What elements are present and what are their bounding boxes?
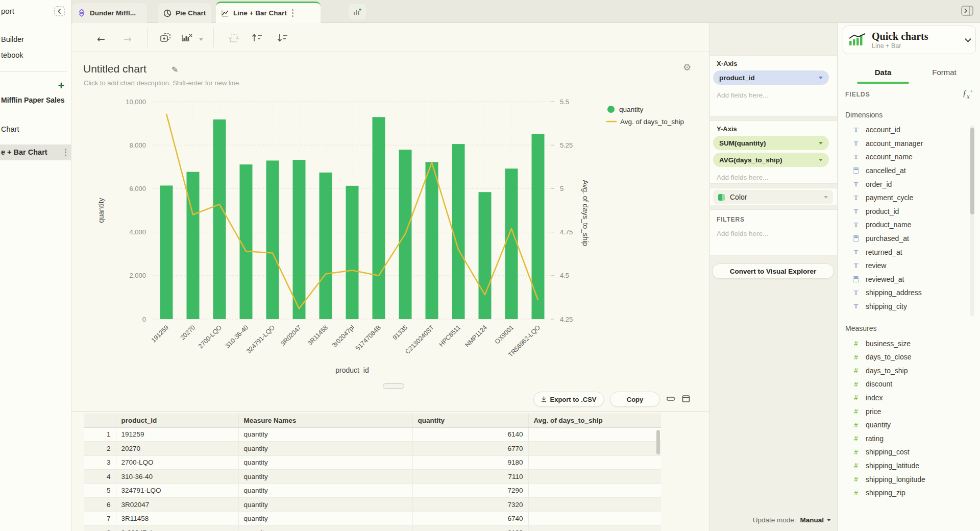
- bar-310-36-40[interactable]: [240, 164, 253, 319]
- bar-324791-LQO[interactable]: [266, 160, 279, 319]
- y-axis-field-pill-avg-days-to-ship[interactable]: AVG(days_to_ship): [713, 153, 829, 167]
- bar-TR56962-LQO[interactable]: [532, 134, 545, 319]
- dimension-item-shipping_city[interactable]: Tshipping_city: [838, 300, 980, 313]
- sidebar-item-mifflin-paper-sales[interactable]: Mifflin Paper Sales: [0, 93, 71, 107]
- fields-scrollbar-thumb[interactable]: [970, 128, 974, 214]
- swap-axes-button[interactable]: [228, 32, 240, 46]
- sort-descending-button[interactable]: [276, 32, 289, 45]
- redo-forward-button[interactable]: →: [124, 34, 132, 44]
- sidebar-item-builder[interactable]: Builder: [0, 33, 71, 46]
- table-row-5[interactable]: 5324791-LQOquantity7290: [84, 484, 661, 498]
- dimension-item-returned_at[interactable]: Treturned_at: [838, 245, 980, 259]
- y-axis-add-fields-dropzone[interactable]: Add fields here...: [717, 174, 837, 181]
- chevron-down-icon[interactable]: [819, 142, 823, 144]
- tab-kebab-menu-icon[interactable]: [292, 9, 293, 17]
- measure-item-price[interactable]: #price: [838, 404, 980, 418]
- dimension-item-reviewed_at[interactable]: reviewed_at: [838, 273, 980, 286]
- chart-settings-gear-icon[interactable]: ⚙: [683, 62, 691, 73]
- sidebar-item-chart[interactable]: Chart: [0, 123, 71, 136]
- measure-item-shipping_longitude[interactable]: #shipping_longitude: [838, 472, 980, 486]
- bar-51747084B[interactable]: [373, 117, 385, 319]
- dimension-item-account_name[interactable]: Taccount_name: [838, 150, 980, 164]
- sidebar-item-line-bar-chart[interactable]: e + Bar Chart: [0, 144, 71, 160]
- update-mode-control[interactable]: Update mode: Manual: [753, 516, 831, 524]
- dimension-item-cancelled_at[interactable]: cancelled_at: [838, 164, 980, 178]
- table-row-4[interactable]: 4310-36-40quantity7110: [84, 470, 661, 484]
- dimension-item-review[interactable]: Treview: [838, 259, 980, 273]
- chevron-down-icon[interactable]: [827, 519, 831, 521]
- table-row-1[interactable]: 1191259quantity6140: [84, 427, 661, 442]
- bar-OX9001[interactable]: [505, 168, 518, 319]
- measure-item-business_size[interactable]: #business_size: [838, 336, 980, 350]
- collapse-table-icon[interactable]: [666, 395, 675, 403]
- chevron-down-icon[interactable]: [819, 159, 823, 161]
- measure-item-quantity[interactable]: #quantity: [838, 418, 980, 432]
- bar-20270[interactable]: [187, 172, 200, 319]
- bar-3r02047pl[interactable]: [346, 186, 359, 319]
- duplicate-chart-button[interactable]: [159, 32, 172, 45]
- new-chart-tab-button[interactable]: [349, 4, 366, 19]
- sort-ascending-button[interactable]: [250, 32, 263, 45]
- table-row-8[interactable]: 83r02047plquantity6130: [84, 526, 661, 531]
- chart-canvas[interactable]: 02,0004,0006,0008,00010,0004.254.54.7555…: [71, 92, 709, 387]
- chart-title[interactable]: Untitled chart: [83, 63, 146, 75]
- measure-item-rating[interactable]: #rating: [838, 431, 980, 445]
- tab-dunder-mifflin[interactable]: Dunder Miffl...: [72, 3, 147, 23]
- filters-add-fields-dropzone[interactable]: Add fields here...: [717, 230, 837, 237]
- chevron-down-icon[interactable]: [819, 77, 823, 79]
- measure-item-index[interactable]: #index: [838, 391, 980, 405]
- table-row-2[interactable]: 220270quantity6770: [84, 442, 661, 456]
- tab-data[interactable]: Data: [857, 68, 909, 77]
- chart-description-placeholder[interactable]: Click to add chart description. Shift-en…: [84, 79, 241, 87]
- chart-type-selector[interactable]: Quick charts Line + Bar: [843, 26, 976, 54]
- dimension-item-product_name[interactable]: Tproduct_name: [838, 218, 980, 232]
- dimension-item-account_manager[interactable]: Taccount_manager: [838, 137, 980, 151]
- measure-item-shipping_zip[interactable]: #shipping_zip: [838, 486, 980, 500]
- copy-button[interactable]: Copy: [610, 392, 660, 407]
- dimension-item-purchased_at[interactable]: purchased_at: [838, 232, 980, 246]
- kebab-menu-icon[interactable]: [65, 148, 66, 157]
- remove-measure-button[interactable]: [181, 32, 194, 45]
- convert-to-visual-explorer-button[interactable]: Convert to Visual Explorer: [712, 263, 834, 279]
- x-axis-add-fields-dropzone[interactable]: Add fields here...: [717, 91, 837, 99]
- dimension-item-account_id[interactable]: Taccount_id: [838, 123, 980, 137]
- fields-scrollbar[interactable]: [970, 125, 974, 317]
- expand-table-icon[interactable]: [681, 395, 691, 403]
- y-axis-field-pill-sum-quantity[interactable]: SUM(quantity): [713, 136, 829, 150]
- bar-191259[interactable]: [160, 185, 173, 319]
- table-row-7[interactable]: 73R11458quantity6740: [84, 512, 661, 526]
- bar-2700-LQO[interactable]: [213, 119, 226, 319]
- bar-HPC8511[interactable]: [452, 144, 465, 319]
- tab-pie-chart[interactable]: Pie Chart: [158, 3, 211, 23]
- bar-3R11458[interactable]: [320, 173, 332, 319]
- measure-item-shipping_cost[interactable]: #shipping_cost: [838, 445, 980, 459]
- x-axis-field-pill[interactable]: product_id: [713, 70, 829, 85]
- bar-NMP1124[interactable]: [479, 192, 492, 319]
- tab-line-bar-chart[interactable]: Line + Bar Chart: [216, 2, 321, 23]
- measure-item-days_to_ship[interactable]: #days_to_ship: [838, 364, 980, 378]
- table-row-3[interactable]: 32700-LQOquantity9180: [84, 455, 661, 470]
- collapse-sidebar-icon[interactable]: [53, 5, 67, 19]
- bar-3R02047[interactable]: [293, 160, 306, 319]
- sidebar-item-notebook[interactable]: tebook: [0, 49, 71, 62]
- table-scrollbar[interactable]: [656, 430, 660, 454]
- bar-C2130240ST[interactable]: [426, 162, 438, 319]
- dimension-item-shipping_address[interactable]: Tshipping_address: [838, 286, 980, 300]
- measure-item-discount[interactable]: #discount: [838, 377, 980, 391]
- add-item-button[interactable]: +: [54, 79, 68, 93]
- chevron-down-icon[interactable]: [965, 36, 971, 42]
- add-calculated-field-fx-icon[interactable]: ƒx+: [963, 88, 973, 101]
- export-csv-button[interactable]: Export to .CSV: [533, 392, 604, 407]
- color-row[interactable]: Color: [713, 190, 833, 204]
- edit-title-pencil-icon[interactable]: ✎: [172, 65, 178, 75]
- tab-format[interactable]: Format: [921, 68, 967, 77]
- measure-item-days_to_close[interactable]: #days_to_close: [838, 350, 980, 364]
- undo-back-button[interactable]: ←: [97, 34, 105, 44]
- dimension-item-order_id[interactable]: Torder_id: [838, 177, 980, 191]
- table-row-6[interactable]: 63R02047quantity7320: [84, 498, 661, 512]
- measure-item-shipping_latitude[interactable]: #shipping_latitude: [838, 459, 980, 473]
- dimension-item-payment_cycle[interactable]: Tpayment_cycle: [838, 191, 980, 205]
- chevron-down-icon[interactable]: [199, 38, 203, 41]
- chevron-down-icon[interactable]: [824, 196, 828, 199]
- dimension-item-product_id[interactable]: Tproduct_id: [838, 205, 980, 219]
